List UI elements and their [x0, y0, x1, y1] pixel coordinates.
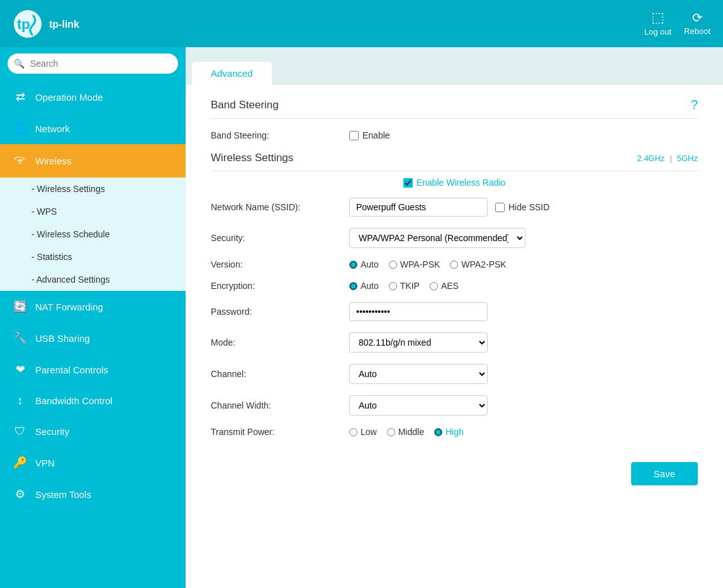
version-auto-label: Auto [361, 259, 379, 269]
sidebar-item-label: NAT Forwarding [35, 302, 103, 312]
encryption-tkip-input[interactable] [389, 282, 397, 290]
channel-field-row: Channel: Auto 1 2 3 [211, 364, 698, 384]
encryption-label: Encryption: [211, 281, 349, 291]
band-steering-field-row: Band Steering: Enable [211, 130, 698, 140]
freq-24ghz-link[interactable]: 2.4GHz [637, 154, 664, 163]
operation-mode-icon: ⇄ [13, 90, 28, 104]
encryption-tkip-radio[interactable]: TKIP [389, 281, 420, 291]
bandwidth-control-icon: ↕ [13, 394, 28, 407]
transmit-power-middle-input[interactable] [387, 428, 395, 436]
sidebar-item-nat-forwarding[interactable]: 🔄 NAT Forwarding [0, 291, 186, 322]
band-steering-enable-checkbox[interactable]: Enable [349, 130, 390, 140]
submenu-wireless-schedule[interactable]: - Wireless Schedule [0, 223, 186, 246]
band-steering-enable-label: Enable [362, 130, 390, 140]
sidebar-item-network[interactable]: 🌐 Network [0, 113, 186, 144]
submenu-wps[interactable]: - WPS [0, 200, 186, 223]
channel-select[interactable]: Auto 1 2 3 [349, 364, 488, 384]
sidebar-item-label: Security [35, 426, 69, 437]
vpn-icon: 🔑 [13, 456, 28, 470]
transmit-power-low-label: Low [361, 427, 377, 437]
search-input[interactable] [8, 54, 178, 74]
wireless-icon [13, 153, 28, 169]
sidebar-item-label: Operation Mode [35, 92, 103, 103]
search-box: 🔍 [8, 54, 178, 74]
transmit-power-field-row: Transmit Power: Low Middle High [211, 427, 698, 437]
version-wpa2-psk-input[interactable] [450, 261, 458, 269]
page-content: Band Steering ? Band Steering: Enable Wi… [186, 85, 723, 588]
nat-forwarding-icon: 🔄 [13, 300, 28, 314]
ssid-label: Network Name (SSID): [211, 202, 349, 212]
sidebar-item-system-tools[interactable]: ⚙ System Tools [0, 478, 186, 510]
security-field-row: Security: WPA/WPA2 Personal (Recommended… [211, 228, 698, 248]
channel-width-field-row: Channel Width: Auto 20MHz 40MHz [211, 395, 698, 416]
password-input[interactable] [349, 302, 488, 321]
sidebar-item-security[interactable]: 🛡 Security [0, 416, 186, 447]
sidebar-item-parental-controls[interactable]: ❤ Parental Controls [0, 354, 186, 385]
sidebar-item-operation-mode[interactable]: ⇄ Operation Mode [0, 81, 186, 113]
band-steering-section-header: Band Steering ? [211, 98, 698, 119]
channel-width-select[interactable]: Auto 20MHz 40MHz [349, 395, 488, 416]
sidebar-item-bandwidth-control[interactable]: ↕ Bandwidth Control [0, 385, 186, 416]
logout-label: Log out [644, 27, 671, 37]
password-content [349, 302, 488, 321]
version-auto-input[interactable] [349, 261, 357, 269]
sidebar-item-usb-sharing[interactable]: 🔧 USB Sharing [0, 322, 186, 354]
version-wpa-psk-radio[interactable]: WPA-PSK [389, 259, 440, 269]
security-select[interactable]: WPA/WPA2 Personal (Recommended) WPA/WPA2… [349, 228, 525, 248]
encryption-auto-input[interactable] [349, 282, 357, 290]
password-field-row: Password: [211, 302, 698, 321]
search-icon: 🔍 [14, 59, 25, 69]
wireless-submenu: - Wireless Settings - WPS - Wireless Sch… [0, 178, 186, 291]
submenu-statistics[interactable]: - Statistics [0, 246, 186, 268]
band-steering-checkbox-input[interactable] [349, 131, 359, 140]
sidebar-item-vpn[interactable]: 🔑 VPN [0, 447, 186, 478]
ssid-field-row: Network Name (SSID): Hide SSID [211, 198, 698, 217]
hide-ssid-checkbox-input[interactable] [495, 203, 505, 212]
header-actions: ⬚ Log out ⟳ Reboot [644, 11, 710, 37]
save-button[interactable]: Save [631, 462, 698, 485]
band-steering-help-icon[interactable]: ? [691, 98, 698, 112]
version-label: Version: [211, 259, 349, 269]
transmit-power-high-input[interactable] [434, 428, 442, 436]
version-auto-radio[interactable]: Auto [349, 259, 379, 269]
version-field-row: Version: Auto WPA-PSK WPA2-PSK [211, 259, 698, 269]
ssid-input[interactable] [349, 198, 488, 217]
transmit-power-middle-radio[interactable]: Middle [387, 427, 424, 437]
transmit-power-low-radio[interactable]: Low [349, 427, 377, 437]
transmit-power-high-label: High [446, 427, 464, 437]
sidebar-item-label: Network [35, 123, 70, 134]
tab-advanced[interactable]: Advanced [192, 62, 272, 85]
wireless-settings-title: Wireless Settings [211, 152, 293, 164]
enable-wireless-radio-input[interactable] [403, 178, 413, 188]
logout-button[interactable]: ⬚ Log out [644, 11, 671, 37]
transmit-power-low-input[interactable] [349, 428, 357, 436]
reboot-button[interactable]: ⟳ Reboot [684, 11, 710, 36]
sidebar-item-label: VPN [35, 458, 55, 468]
security-field-label: Security: [211, 233, 349, 243]
sidebar-item-label: System Tools [35, 489, 91, 500]
channel-content: Auto 1 2 3 [349, 364, 488, 384]
version-wpa2-psk-label: WPA2-PSK [461, 259, 506, 269]
sidebar-item-wireless[interactable]: Wireless [0, 144, 186, 178]
transmit-power-high-radio[interactable]: High [434, 427, 464, 437]
mode-field-row: Mode: 802.11b/g/n mixed 802.11b/g mixed … [211, 332, 698, 353]
tab-bar: Advanced [186, 47, 723, 85]
submenu-advanced-settings[interactable]: - Advanced Settings [0, 268, 186, 291]
version-wpa2-psk-radio[interactable]: WPA2-PSK [450, 259, 506, 269]
encryption-aes-input[interactable] [430, 282, 438, 290]
encryption-auto-radio[interactable]: Auto [349, 281, 379, 291]
transmit-power-middle-label: Middle [398, 427, 424, 437]
enable-wireless-radio-checkbox[interactable]: Enable Wireless Radio [403, 178, 506, 188]
enable-radio-row: Enable Wireless Radio [211, 178, 698, 188]
submenu-wireless-settings[interactable]: - Wireless Settings [0, 178, 186, 200]
wireless-settings-section-header: Wireless Settings 2.4GHz | 5GHz [211, 152, 698, 171]
hide-ssid-checkbox[interactable]: Hide SSID [495, 202, 549, 212]
version-wpa-psk-input[interactable] [389, 261, 397, 269]
freq-5ghz-link[interactable]: 5GHz [677, 154, 698, 163]
freq-separator: | [670, 154, 671, 163]
mode-select[interactable]: 802.11b/g/n mixed 802.11b/g mixed 802.11… [349, 332, 488, 353]
enable-wireless-radio-label: Enable Wireless Radio [417, 178, 506, 188]
band-steering-content: Enable [349, 130, 390, 140]
encryption-aes-radio[interactable]: AES [430, 281, 459, 291]
encryption-aes-label: AES [441, 281, 459, 291]
